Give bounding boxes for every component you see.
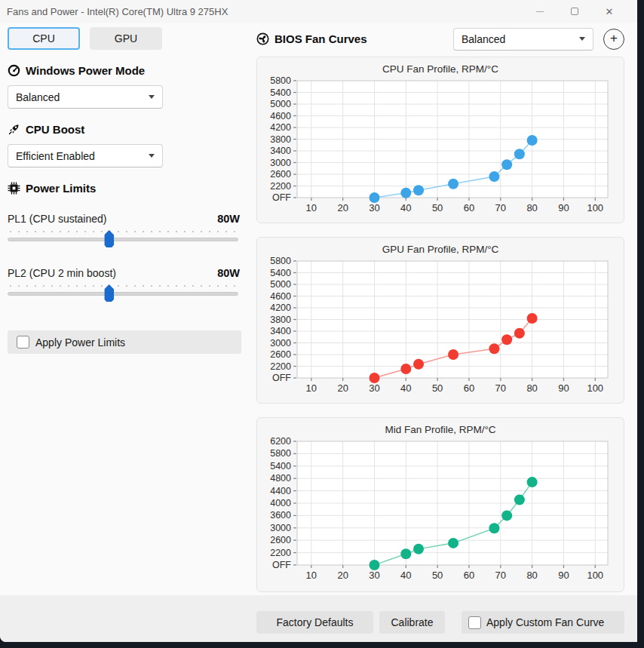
data-point[interactable] [527, 313, 538, 324]
svg-text:3000: 3000 [270, 523, 291, 533]
svg-text:20: 20 [337, 202, 348, 213]
data-point[interactable] [369, 192, 379, 203]
svg-text:4600: 4600 [270, 111, 291, 121]
close-icon: ✕ [606, 7, 614, 17]
slider-track[interactable] [8, 292, 238, 296]
data-point[interactable] [413, 544, 424, 554]
svg-text:2200: 2200 [270, 548, 291, 558]
window-title: Fans and Power - Intel(R) Core(TM) Ultra… [0, 6, 228, 17]
svg-text:10: 10 [306, 202, 317, 213]
bios-fan-curves-title: BIOS Fan Curves [274, 32, 367, 45]
chart-canvas: OFF2200260030003400380042004600500054005… [264, 77, 615, 217]
data-point[interactable] [413, 185, 424, 195]
data-point[interactable] [514, 494, 525, 505]
data-point[interactable] [369, 373, 379, 383]
maximize-button[interactable] [557, 0, 592, 23]
apply-power-limits-container[interactable]: Apply Power Limits [8, 330, 241, 354]
svg-text:90: 90 [558, 382, 569, 394]
bios-fan-curves-header: BIOS Fan Curves Balanced + [256, 27, 624, 51]
minimize-icon [536, 11, 544, 12]
svg-text:3000: 3000 [270, 338, 291, 349]
svg-text:5000: 5000 [270, 99, 291, 109]
svg-text:50: 50 [432, 570, 443, 581]
data-point[interactable] [489, 171, 499, 182]
svg-text:40: 40 [400, 382, 411, 394]
svg-text:3800: 3800 [270, 315, 291, 325]
svg-text:80: 80 [526, 382, 537, 394]
data-point[interactable] [489, 523, 499, 533]
svg-text:40: 40 [400, 570, 411, 581]
svg-text:4600: 4600 [270, 291, 291, 302]
chart-title: Mid Fan Profile, RPM/°C [264, 422, 617, 438]
tab-gpu[interactable]: GPU [90, 27, 162, 50]
data-point[interactable] [501, 334, 512, 345]
data-point[interactable] [400, 548, 411, 559]
pl2-slider[interactable] [8, 281, 238, 303]
svg-text:80: 80 [526, 202, 537, 213]
rocket-icon [8, 123, 20, 136]
gauge-icon [8, 64, 20, 77]
svg-text:80: 80 [526, 570, 537, 581]
svg-text:5400: 5400 [270, 268, 291, 278]
calibrate-button[interactable]: Calibrate [379, 611, 445, 634]
slider-tick-marks [10, 285, 236, 287]
data-point[interactable] [501, 510, 512, 521]
windows-power-mode-select[interactable]: Balanced [8, 85, 163, 109]
svg-text:30: 30 [369, 382, 379, 394]
chevron-down-icon [149, 95, 155, 99]
minimize-button[interactable] [523, 0, 557, 23]
data-point[interactable] [448, 349, 458, 360]
svg-text:5800: 5800 [270, 256, 291, 266]
fan-icon [256, 32, 269, 45]
svg-text:4000: 4000 [270, 498, 291, 508]
data-point[interactable] [489, 343, 499, 354]
svg-text:20: 20 [337, 570, 348, 581]
add-profile-button[interactable]: + [603, 29, 624, 50]
apply-custom-fan-curve-checkbox[interactable] [468, 616, 481, 629]
slider-track[interactable] [8, 238, 238, 241]
apply-power-limits-label: Apply Power Limits [35, 336, 125, 349]
apply-custom-fan-curve-label: Apply Custom Fan Curve [486, 616, 604, 628]
data-point[interactable] [448, 179, 458, 189]
svg-text:2200: 2200 [270, 361, 291, 372]
svg-text:60: 60 [464, 382, 474, 394]
footer-actions: Factory Defaults Calibrate Apply Custom … [256, 611, 624, 634]
pl1-slider[interactable] [8, 226, 238, 249]
data-point[interactable] [514, 328, 525, 339]
fan-preset-select[interactable]: Balanced [453, 28, 593, 51]
fan-preset-value: Balanced [462, 33, 505, 45]
cpu-boost-select[interactable]: Efficient Enabled [8, 144, 163, 167]
svg-text:4800: 4800 [270, 473, 291, 484]
svg-text:30: 30 [369, 202, 379, 213]
fan-charts-container: CPU Fan Profile, RPM/°C OFF2200260030003… [256, 57, 624, 592]
svg-text:60: 60 [464, 202, 474, 213]
pl2-value: 80W [217, 267, 240, 279]
data-point[interactable] [369, 560, 379, 570]
pl1-slider-thumb[interactable] [104, 230, 114, 247]
tab-cpu[interactable]: CPU [8, 27, 80, 50]
data-point[interactable] [413, 359, 424, 370]
power-mode-heading: Windows Power Mode [8, 64, 250, 77]
data-point[interactable] [514, 149, 525, 159]
data-point[interactable] [527, 477, 538, 487]
pl2-slider-thumb[interactable] [104, 284, 114, 302]
app-window: Fans and Power - Intel(R) Core(TM) Ultra… [0, 0, 637, 642]
apply-power-limits-checkbox[interactable] [17, 336, 29, 349]
svg-text:70: 70 [495, 202, 506, 213]
gpu-fan-chart-card: GPU Fan Profile, RPM/°C OFF2200260030003… [256, 237, 624, 404]
apply-custom-fan-curve-container[interactable]: Apply Custom Fan Curve [462, 611, 624, 634]
factory-defaults-button[interactable]: Factory Defaults [256, 611, 373, 634]
close-button[interactable]: ✕ [592, 0, 627, 23]
svg-text:2600: 2600 [270, 349, 291, 360]
windows-power-mode-value: Balanced [16, 91, 60, 103]
maximize-icon [571, 8, 578, 15]
data-point[interactable] [527, 135, 538, 146]
data-point[interactable] [501, 159, 512, 170]
data-point[interactable] [400, 364, 411, 374]
svg-text:5400: 5400 [270, 461, 291, 471]
data-point[interactable] [448, 538, 458, 548]
svg-text:20: 20 [337, 382, 348, 394]
data-point[interactable] [400, 188, 411, 198]
window-controls: ✕ [523, 0, 637, 23]
svg-text:OFF: OFF [272, 560, 291, 570]
